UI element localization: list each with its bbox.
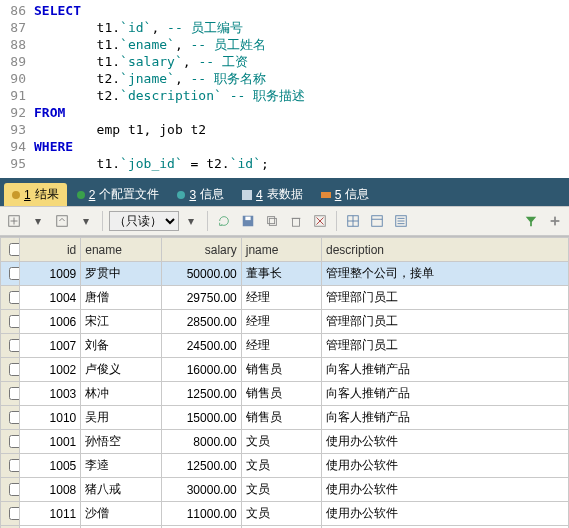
- cell-id[interactable]: 1004: [19, 286, 81, 310]
- cell-jname[interactable]: 经理: [241, 310, 321, 334]
- view-grid-icon[interactable]: [343, 211, 363, 231]
- cell-description[interactable]: 管理整个公司，接单: [322, 262, 569, 286]
- cell-description[interactable]: 使用办公软件: [322, 454, 569, 478]
- table-row[interactable]: 1006宋江28500.00经理管理部门员工: [1, 310, 569, 334]
- settings-icon[interactable]: [545, 211, 565, 231]
- tab-信息[interactable]: 3 信息: [169, 183, 232, 206]
- code-text[interactable]: emp t1, job t2: [34, 121, 206, 138]
- sql-editor[interactable]: 86SELECT87 t1.`id`, -- 员工编号88 t1.`ename`…: [0, 0, 569, 178]
- grid-add-row-icon[interactable]: [4, 211, 24, 231]
- cell-ename[interactable]: 刘备: [81, 334, 161, 358]
- code-line[interactable]: 88 t1.`ename`, -- 员工姓名: [0, 36, 569, 53]
- cell-salary[interactable]: 8000.00: [161, 430, 241, 454]
- filter-icon[interactable]: [521, 211, 541, 231]
- table-row[interactable]: 1008猪八戒30000.00文员使用办公软件: [1, 478, 569, 502]
- code-line[interactable]: 90 t2.`jname`, -- 职务名称: [0, 70, 569, 87]
- col-description[interactable]: description: [322, 238, 569, 262]
- cell-jname[interactable]: 经理: [241, 286, 321, 310]
- table-row[interactable]: 1001孙悟空8000.00文员使用办公软件: [1, 430, 569, 454]
- cell-ename[interactable]: 罗贯中: [81, 262, 161, 286]
- cell-id[interactable]: 1008: [19, 478, 81, 502]
- cell-ename[interactable]: 李逵: [81, 454, 161, 478]
- code-text[interactable]: SELECT: [34, 2, 81, 19]
- code-line[interactable]: 95 t1.`job_id` = t2.`id`;: [0, 155, 569, 172]
- delete-icon[interactable]: [286, 211, 306, 231]
- table-row[interactable]: 1009罗贯中50000.00董事长管理整个公司，接单: [1, 262, 569, 286]
- cell-salary[interactable]: 12500.00: [161, 382, 241, 406]
- row-checkbox[interactable]: [1, 310, 20, 334]
- result-grid[interactable]: idenamesalaryjnamedescription1009罗贯中5000…: [0, 236, 569, 528]
- cell-jname[interactable]: 文员: [241, 454, 321, 478]
- table-row[interactable]: 1010吴用15000.00销售员向客人推销产品: [1, 406, 569, 430]
- save-icon[interactable]: [238, 211, 258, 231]
- col-id[interactable]: id: [19, 238, 81, 262]
- row-checkbox[interactable]: [1, 478, 20, 502]
- table-row[interactable]: 1004唐僧29750.00经理管理部门员工: [1, 286, 569, 310]
- row-checkbox[interactable]: [1, 406, 20, 430]
- refresh-icon[interactable]: [214, 211, 234, 231]
- cell-jname[interactable]: 经理: [241, 334, 321, 358]
- row-checkbox[interactable]: [1, 454, 20, 478]
- cell-id[interactable]: 1006: [19, 310, 81, 334]
- edit-mode-dropdown[interactable]: （只读）: [109, 211, 179, 231]
- cell-description[interactable]: 使用办公软件: [322, 478, 569, 502]
- code-text[interactable]: t1.`job_id` = t2.`id`;: [34, 155, 269, 172]
- cell-ename[interactable]: 吴用: [81, 406, 161, 430]
- cell-id[interactable]: 1009: [19, 262, 81, 286]
- cell-salary[interactable]: 50000.00: [161, 262, 241, 286]
- cell-jname[interactable]: 销售员: [241, 382, 321, 406]
- grid-dropdown2-icon[interactable]: ▾: [76, 211, 96, 231]
- table-row[interactable]: 1003林冲12500.00销售员向客人推销产品: [1, 382, 569, 406]
- cell-ename[interactable]: 林冲: [81, 382, 161, 406]
- row-checkbox[interactable]: [1, 430, 20, 454]
- row-checkbox[interactable]: [1, 334, 20, 358]
- table-row[interactable]: 1007刘备24500.00经理管理部门员工: [1, 334, 569, 358]
- row-checkbox[interactable]: [1, 502, 20, 526]
- copy-icon[interactable]: [262, 211, 282, 231]
- code-text[interactable]: t1.`ename`, -- 员工姓名: [34, 36, 266, 53]
- cell-ename[interactable]: 宋江: [81, 310, 161, 334]
- row-checkbox[interactable]: [1, 382, 20, 406]
- cell-id[interactable]: 1001: [19, 430, 81, 454]
- tab-信息[interactable]: 5 信息: [313, 183, 378, 206]
- code-line[interactable]: 89 t1.`salary`, -- 工资: [0, 53, 569, 70]
- mode-dropdown-icon[interactable]: ▾: [181, 211, 201, 231]
- cell-ename[interactable]: 孙悟空: [81, 430, 161, 454]
- cancel-icon[interactable]: [310, 211, 330, 231]
- cell-jname[interactable]: 文员: [241, 478, 321, 502]
- tab-个配置文件[interactable]: 2 个配置文件: [69, 183, 168, 206]
- edit-mode-select[interactable]: （只读） ▾: [109, 211, 201, 231]
- code-line[interactable]: 86SELECT: [0, 2, 569, 19]
- code-line[interactable]: 87 t1.`id`, -- 员工编号: [0, 19, 569, 36]
- col-jname[interactable]: jname: [241, 238, 321, 262]
- code-text[interactable]: t1.`salary`, -- 工资: [34, 53, 248, 70]
- tab-结果[interactable]: 1 结果: [4, 183, 67, 206]
- cell-id[interactable]: 1005: [19, 454, 81, 478]
- cell-ename[interactable]: 卢俊义: [81, 358, 161, 382]
- cell-jname[interactable]: 销售员: [241, 406, 321, 430]
- col-ename[interactable]: ename: [81, 238, 161, 262]
- cell-description[interactable]: 向客人推销产品: [322, 382, 569, 406]
- cell-id[interactable]: 1011: [19, 502, 81, 526]
- cell-description[interactable]: 管理部门员工: [322, 310, 569, 334]
- cell-description[interactable]: 管理部门员工: [322, 334, 569, 358]
- cell-id[interactable]: 1010: [19, 406, 81, 430]
- table-row[interactable]: 1005李逵12500.00文员使用办公软件: [1, 454, 569, 478]
- cell-jname[interactable]: 文员: [241, 430, 321, 454]
- code-text[interactable]: WHERE: [34, 138, 73, 155]
- checkbox-header[interactable]: [1, 238, 20, 262]
- cell-description[interactable]: 管理部门员工: [322, 286, 569, 310]
- cell-description[interactable]: 使用办公软件: [322, 502, 569, 526]
- view-text-icon[interactable]: [391, 211, 411, 231]
- view-form-icon[interactable]: [367, 211, 387, 231]
- grid-export-icon[interactable]: [52, 211, 72, 231]
- cell-id[interactable]: 1003: [19, 382, 81, 406]
- cell-ename[interactable]: 猪八戒: [81, 478, 161, 502]
- cell-salary[interactable]: 30000.00: [161, 478, 241, 502]
- code-line[interactable]: 93 emp t1, job t2: [0, 121, 569, 138]
- col-salary[interactable]: salary: [161, 238, 241, 262]
- cell-salary[interactable]: 24500.00: [161, 334, 241, 358]
- cell-description[interactable]: 向客人推销产品: [322, 358, 569, 382]
- cell-salary[interactable]: 12500.00: [161, 454, 241, 478]
- cell-description[interactable]: 使用办公软件: [322, 430, 569, 454]
